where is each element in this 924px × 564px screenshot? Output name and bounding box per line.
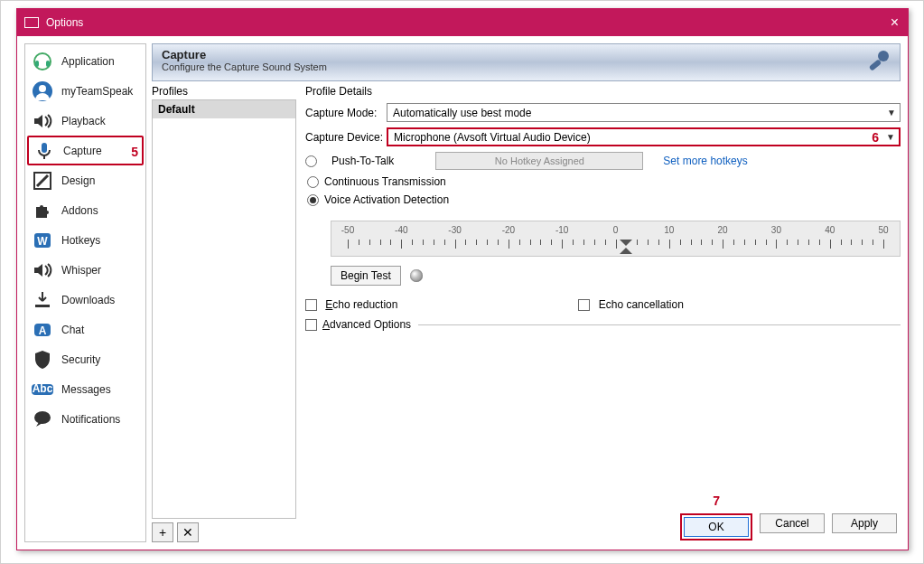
profiles-column: Profiles Default + ✕ xyxy=(152,81,296,542)
svg-point-4 xyxy=(39,85,46,92)
speaker-icon xyxy=(31,109,54,133)
sidebar-item-label: Application xyxy=(61,55,115,68)
slider-tick-label: -20 xyxy=(502,225,515,235)
echo-reduction-label: Echo reduction xyxy=(325,298,397,311)
main-panel: Capture Configure the Capture Sound Syst… xyxy=(152,43,901,542)
sidebar-item-label: myTeamSpeak xyxy=(61,85,133,98)
add-profile-button[interactable]: + xyxy=(152,522,173,542)
sidebar-item-label: Hotkeys xyxy=(61,234,100,247)
sidebar-item-addons[interactable]: Addons xyxy=(27,195,144,225)
test-indicator-icon xyxy=(410,269,423,282)
slider-tick-label: 0 xyxy=(613,225,619,235)
svg-rect-2 xyxy=(46,61,50,67)
body: Application myTeamSpeak Playback Capture xyxy=(17,36,908,550)
sidebar-item-myteamspeak[interactable]: myTeamSpeak xyxy=(27,76,144,106)
speech-icon xyxy=(31,408,54,431)
svg-point-17 xyxy=(878,51,889,61)
svg-rect-1 xyxy=(35,61,39,67)
shield-icon xyxy=(31,348,54,371)
svg-text:A: A xyxy=(39,324,47,337)
keyboard-icon: W xyxy=(31,229,54,252)
push-to-talk-label: Push-To-Talk xyxy=(331,155,394,167)
vad-slider[interactable]: -50-40-30-20-1001020304050 xyxy=(331,221,901,257)
slider-tick-label: 30 xyxy=(771,225,781,235)
titlebar: Options × xyxy=(17,9,908,36)
sidebar-item-label: Chat xyxy=(61,324,84,336)
options-window: Options × Application myTeamSpeak xyxy=(16,8,909,550)
slider-tick-label: 40 xyxy=(825,225,835,235)
sidebar-item-label: Whisper xyxy=(61,264,101,277)
push-to-talk-radio[interactable] xyxy=(305,155,317,167)
sidebar-item-security[interactable]: Security xyxy=(27,344,144,374)
sidebar-item-application[interactable]: Application xyxy=(27,46,144,76)
hotkey-assign-box[interactable]: No Hotkey Assigned xyxy=(435,152,643,170)
cancel-button[interactable]: Cancel xyxy=(760,513,825,533)
capture-mode-label: Capture Mode: xyxy=(305,107,387,119)
vad-radio[interactable] xyxy=(307,194,319,206)
advanced-options-checkbox[interactable] xyxy=(305,319,317,331)
annotation-5: 5 xyxy=(131,145,138,159)
puzzle-icon xyxy=(31,199,54,222)
echo-cancellation-label: Echo cancellation xyxy=(599,298,684,311)
remove-profile-button[interactable]: ✕ xyxy=(177,522,199,542)
capture-device-dropdown[interactable]: Microphone (Avsoft Virtual Audio Device)… xyxy=(387,127,901,146)
sidebar-item-downloads[interactable]: Downloads xyxy=(27,285,144,315)
app-icon xyxy=(24,17,39,28)
header-banner: Capture Configure the Capture Sound Syst… xyxy=(152,43,901,81)
svg-rect-18 xyxy=(869,59,882,71)
slider-tick-label: -10 xyxy=(555,225,568,235)
sidebar-item-label: Messages xyxy=(61,383,111,396)
sidebar-item-label: Capture xyxy=(63,145,102,157)
svg-point-16 xyxy=(34,411,51,424)
person-icon xyxy=(31,80,54,103)
begin-test-button[interactable]: Begin Test xyxy=(331,266,401,286)
sidebar-item-messages[interactable]: Abc Messages xyxy=(27,374,144,404)
capture-mode-value: Automatically use best mode xyxy=(393,107,531,119)
svg-text:W: W xyxy=(37,235,48,248)
sidebar-item-notifications[interactable]: Notifications xyxy=(27,404,144,434)
more-hotkeys-link[interactable]: Set more hotkeys xyxy=(663,155,747,167)
capture-mode-dropdown[interactable]: Automatically use best mode ▼ xyxy=(387,103,901,122)
chevron-down-icon: ▼ xyxy=(886,132,895,142)
echo-reduction-checkbox[interactable] xyxy=(305,299,317,311)
advanced-options-label: Advanced Options xyxy=(322,318,411,331)
sidebar-item-hotkeys[interactable]: W Hotkeys xyxy=(27,225,144,255)
dialog-footer: 7 OK Cancel Apply xyxy=(305,504,901,542)
microphone-icon xyxy=(865,48,892,78)
capture-device-label: Capture Device: xyxy=(305,131,387,144)
echo-cancellation-checkbox[interactable] xyxy=(578,299,590,311)
profiles-list[interactable]: Default xyxy=(152,99,296,519)
close-icon[interactable]: × xyxy=(891,14,899,31)
profiles-label: Profiles xyxy=(152,81,296,99)
sidebar: Application myTeamSpeak Playback Capture xyxy=(24,43,146,542)
profile-item[interactable]: Default xyxy=(153,100,295,118)
sidebar-item-label: Addons xyxy=(61,204,98,217)
sidebar-item-whisper[interactable]: Whisper xyxy=(27,255,144,285)
sidebar-item-label: Security xyxy=(61,353,100,366)
sidebar-item-label: Notifications xyxy=(61,413,120,426)
sidebar-item-chat[interactable]: A Chat xyxy=(27,315,144,344)
speaker-icon xyxy=(31,258,54,282)
sidebar-item-label: Downloads xyxy=(61,294,115,306)
apply-button[interactable]: Apply xyxy=(832,513,897,533)
ok-button[interactable]: OK xyxy=(684,517,749,537)
slider-handle[interactable] xyxy=(618,238,634,250)
slider-tick-label: -40 xyxy=(395,225,407,235)
slider-tick-label: -30 xyxy=(448,225,461,235)
sidebar-item-design[interactable]: Design xyxy=(27,165,144,195)
profile-details: Profile Details Capture Mode: Automatica… xyxy=(296,81,901,542)
slider-tick-label: 10 xyxy=(664,225,674,235)
slider-tick-label: 20 xyxy=(718,225,728,235)
annotation-6: 6 xyxy=(872,130,879,145)
download-icon xyxy=(31,288,54,312)
header-subtitle: Configure the Capture Sound System xyxy=(162,61,891,72)
sidebar-item-playback[interactable]: Playback xyxy=(27,106,144,136)
content-row: Profiles Default + ✕ Profile Details Cap… xyxy=(152,81,901,542)
vad-label: Voice Activation Detection xyxy=(324,193,449,206)
sidebar-item-capture[interactable]: Capture 5 xyxy=(27,136,144,165)
continuous-radio[interactable] xyxy=(307,176,319,188)
details-label: Profile Details xyxy=(305,81,901,103)
window-title: Options xyxy=(46,16,83,29)
slider-tick-label: -50 xyxy=(341,225,354,235)
continuous-label: Continuous Transmission xyxy=(324,175,446,188)
